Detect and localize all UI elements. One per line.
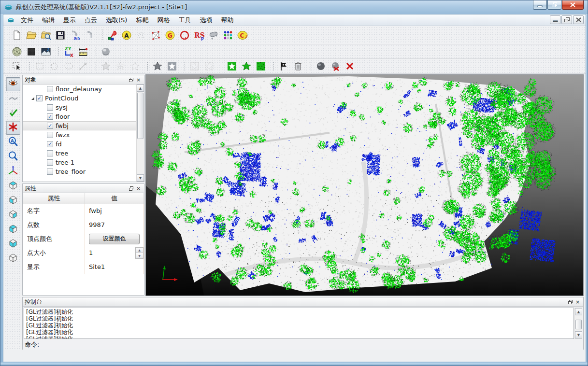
axes-rgb-button[interactable]	[6, 164, 20, 178]
c2-circle-button[interactable]: C2	[235, 28, 250, 42]
color-grid-button[interactable]	[221, 28, 235, 42]
checkbox-tree-1[interactable]	[47, 159, 53, 166]
red-asterisk-button[interactable]	[6, 121, 20, 135]
spinner-up-icon[interactable]: ▲	[136, 248, 143, 253]
menu-item-显示[interactable]: 显示	[59, 14, 80, 26]
tree-item-fwzx[interactable]: fwzx	[23, 130, 144, 140]
view-cube-5-button[interactable]	[6, 237, 20, 251]
gray-sphere-button[interactable]	[99, 45, 113, 58]
checkbox-PointCloud[interactable]: ✓	[36, 95, 43, 101]
float-panel-icon[interactable]	[567, 298, 574, 305]
check-pick-button[interactable]	[6, 106, 20, 120]
toolbar-grip[interactable]	[95, 61, 97, 71]
toolbar-grip[interactable]	[101, 29, 103, 42]
checkbox-fd[interactable]: ✓	[47, 141, 53, 147]
object-tree-scrollbar[interactable]: ▲ ▼	[136, 84, 144, 182]
checkbox-tree_floor[interactable]	[47, 169, 53, 175]
mesh-sphere-button[interactable]	[10, 45, 24, 58]
open-search-button[interactable]	[39, 28, 53, 42]
toolbar-grip[interactable]	[29, 61, 30, 71]
checkbox-floor_delaunay[interactable]	[47, 86, 53, 92]
tree-item-PointCloud[interactable]: ✓PointCloud	[23, 94, 144, 103]
image-view-button[interactable]: 2	[39, 45, 53, 58]
scroll-up-icon[interactable]: ▲	[575, 308, 582, 315]
view-cube-1-button[interactable]	[6, 179, 20, 193]
toolbar-grip[interactable]	[273, 61, 274, 71]
flag-button[interactable]	[276, 59, 291, 73]
checkbox-floor[interactable]: ✓	[47, 113, 53, 120]
unlink-button[interactable]	[82, 28, 97, 42]
checkbox-fwbj[interactable]: ✓	[47, 123, 53, 129]
toolbar-grip[interactable]	[221, 61, 223, 71]
tree-item-tree[interactable]: tree	[23, 149, 144, 158]
sphere-delete-button[interactable]	[328, 59, 343, 73]
rs-p-button[interactable]: RSp	[192, 28, 206, 42]
select-cursor-button[interactable]	[10, 59, 24, 73]
red-x-button[interactable]	[343, 59, 357, 73]
axes-zyx-button[interactable]: ZYX	[61, 45, 76, 58]
point-size-value[interactable]: 1	[89, 249, 135, 256]
close-button[interactable]	[562, 0, 584, 10]
scroll-up-icon[interactable]: ▲	[137, 84, 144, 92]
tree-item-tree-1[interactable]: tree-1	[23, 158, 144, 167]
view-cube-6-button[interactable]	[6, 251, 20, 265]
open-folder-button[interactable]	[24, 28, 39, 42]
close-panel-icon[interactable]: ×	[574, 298, 581, 305]
tree-item-fd[interactable]: ✓fd	[23, 140, 144, 149]
expander-icon[interactable]	[31, 97, 34, 100]
tree-item-tree_floor[interactable]: tree_floor	[23, 167, 144, 176]
scrollbar-thumb[interactable]	[575, 320, 582, 329]
green-box-star-button[interactable]	[225, 59, 239, 73]
menu-item-网格[interactable]: 网格	[153, 14, 174, 26]
float-panel-icon[interactable]	[128, 185, 135, 192]
ruler-button[interactable]	[76, 45, 90, 58]
float-panel-icon[interactable]	[128, 76, 135, 83]
star-dark-button[interactable]	[150, 59, 165, 73]
eye-button[interactable]	[6, 77, 20, 91]
menu-item-标靶[interactable]: 标靶	[131, 14, 153, 26]
minimize-button[interactable]	[550, 15, 560, 24]
dark-grid-button[interactable]	[24, 45, 39, 58]
menu-item-编辑[interactable]: 编辑	[38, 14, 59, 26]
menu-item-选项[interactable]: 选项	[195, 14, 216, 26]
new-file-button[interactable]	[10, 28, 24, 42]
console-scrollbar[interactable]: ▲ ▼	[574, 308, 582, 339]
menu-item-工具[interactable]: 工具	[174, 14, 195, 26]
curve-button[interactable]	[6, 92, 20, 106]
zoom-all-button[interactable]: A	[6, 135, 20, 149]
toolbar-grip[interactable]	[58, 46, 59, 56]
view-cube-3-button[interactable]	[6, 208, 20, 222]
tree-item-floor_delaunay[interactable]: floor_delaunay	[23, 84, 144, 94]
minimize-button[interactable]	[533, 0, 547, 10]
letter-g-circle-button[interactable]: G	[163, 28, 177, 42]
toolbar-grip[interactable]	[6, 46, 8, 56]
set-color-button[interactable]: 设置颜色	[89, 234, 140, 244]
command-input[interactable]	[39, 341, 232, 349]
star-box-button[interactable]	[165, 59, 179, 73]
spinner-down-icon[interactable]: ▼	[136, 253, 143, 258]
close-button[interactable]	[573, 15, 584, 24]
view-cube-2-button[interactable]	[6, 193, 20, 207]
menu-item-点云[interactable]: 点云	[80, 14, 101, 26]
scanner-button[interactable]	[206, 28, 221, 42]
menu-item-帮助[interactable]: 帮助	[216, 14, 238, 26]
menu-item-选取(S)[interactable]: 选取(S)	[101, 14, 131, 26]
scroll-down-icon[interactable]: ▼	[137, 174, 144, 182]
target-box-button[interactable]	[148, 28, 163, 42]
tree-item-fwbj[interactable]: ✓fwbj	[23, 121, 144, 130]
registration-button[interactable]	[105, 28, 119, 42]
checkbox-sysj[interactable]	[47, 104, 53, 111]
circle-o-button[interactable]	[177, 28, 192, 42]
menu-item-文件[interactable]: 文件	[16, 14, 38, 26]
scroll-down-icon[interactable]: ▼	[575, 331, 582, 338]
tree-item-floor[interactable]: ✓floor	[23, 112, 144, 121]
green-star-button[interactable]	[239, 59, 254, 73]
scrollbar-thumb[interactable]	[137, 93, 143, 139]
toolbar-grip[interactable]	[6, 61, 8, 71]
toolbar-grip[interactable]	[6, 29, 8, 42]
viewport-3d[interactable]	[145, 74, 584, 296]
sphere-dark-button[interactable]	[314, 59, 328, 73]
letter-a-circle-button[interactable]: A	[119, 28, 134, 42]
toolbar-grip[interactable]	[310, 61, 312, 71]
checkbox-fwzx[interactable]	[47, 132, 53, 138]
